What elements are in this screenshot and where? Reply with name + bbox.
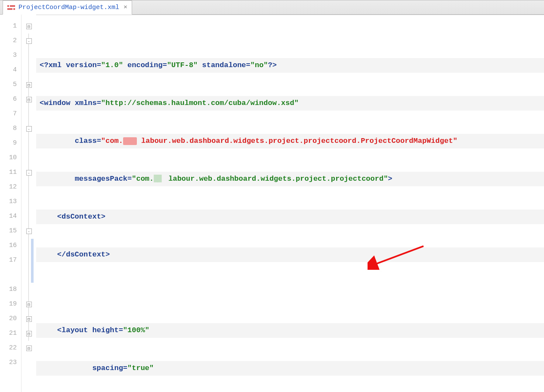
- code-line[interactable]: <dsContext>: [36, 210, 544, 224]
- line-number[interactable]: 13: [0, 194, 21, 209]
- code-line[interactable]: <window xmlns="http://schemas.haulmont.c…: [36, 96, 544, 111]
- code-line[interactable]: spacing="true": [36, 361, 544, 376]
- editor-frame: ProjectCoordMap-widget.xml × 1 2 3 4 5 6…: [0, 0, 544, 392]
- line-number[interactable]: 15: [0, 224, 21, 238]
- line-number[interactable]: 19: [0, 297, 21, 312]
- line-number[interactable]: 5: [0, 77, 21, 92]
- line-number[interactable]: 14: [0, 209, 21, 224]
- fold-toggle[interactable]: ⊟: [26, 82, 32, 88]
- code-area[interactable]: <?xml version="1.0" encoding="UTF-8" sta…: [36, 15, 544, 392]
- code-line[interactable]: <layout height="100%": [36, 323, 544, 338]
- fold-toggle[interactable]: -: [26, 126, 32, 132]
- line-number[interactable]: 18: [0, 282, 21, 297]
- code-line[interactable]: messagesPack="com.██labour.web.dashboard…: [36, 172, 544, 186]
- line-number[interactable]: 3: [0, 48, 21, 63]
- fold-gutter: ⊟ - ⊟ ⊟ - - - ⊟ ⊟ ⊟ ⊟: [22, 15, 36, 392]
- editor-body: 1 2 3 4 5 6 7 8 9 10 11 12 13 14 15 16 1…: [0, 15, 544, 392]
- svg-rect-2: [7, 8, 12, 10]
- redacted-block: ██: [154, 172, 168, 186]
- line-number[interactable]: 23: [0, 355, 21, 370]
- fold-toggle[interactable]: ⊟: [26, 316, 32, 322]
- fold-toggle[interactable]: ⊟: [26, 97, 32, 102]
- line-number[interactable]: 16: [0, 238, 21, 253]
- line-number[interactable]: 17: [0, 253, 21, 282]
- svg-rect-3: [13, 8, 15, 10]
- line-number[interactable]: 2: [0, 34, 21, 48]
- line-number[interactable]: 8: [0, 121, 21, 136]
- line-number[interactable]: 4: [0, 63, 21, 77]
- line-number[interactable]: 11: [0, 165, 21, 180]
- line-number[interactable]: 10: [0, 151, 21, 165]
- fold-toggle[interactable]: -: [26, 228, 32, 234]
- line-number[interactable]: 20: [0, 312, 21, 326]
- line-number-gutter: 1 2 3 4 5 6 7 8 9 10 11 12 13 14 15 16 1…: [0, 15, 22, 392]
- fold-toggle[interactable]: ⊟: [26, 346, 32, 351]
- xml-file-icon: [7, 5, 15, 11]
- line-number[interactable]: 22: [0, 341, 21, 355]
- fold-toggle[interactable]: -: [26, 38, 32, 44]
- code-line[interactable]: class="com. labour.web.dashboard.widgets…: [36, 134, 544, 148]
- tab-bar: ProjectCoordMap-widget.xml ×: [0, 0, 544, 15]
- line-number[interactable]: 1: [0, 19, 21, 34]
- tab-filename: ProjectCoordMap-widget.xml: [19, 4, 119, 11]
- line-number[interactable]: 7: [0, 107, 21, 121]
- fold-toggle[interactable]: ⊟: [26, 24, 32, 29]
- svg-rect-1: [10, 5, 15, 7]
- code-line[interactable]: [36, 285, 544, 300]
- line-number[interactable]: 9: [0, 136, 21, 151]
- line-number[interactable]: 12: [0, 180, 21, 194]
- redacted-block: [123, 137, 137, 145]
- fold-toggle[interactable]: ⊟: [26, 302, 32, 307]
- code-line[interactable]: <?xml version="1.0" encoding="UTF-8" sta…: [36, 58, 544, 73]
- tab-close-icon[interactable]: ×: [123, 4, 127, 11]
- code-line[interactable]: </dsContext>: [36, 247, 544, 262]
- fold-toggle[interactable]: ⊟: [26, 331, 32, 336]
- change-marker: [31, 239, 34, 283]
- line-number[interactable]: 21: [0, 326, 21, 341]
- line-number[interactable]: 6: [0, 92, 21, 107]
- file-tab[interactable]: ProjectCoordMap-widget.xml ×: [3, 0, 132, 15]
- fold-toggle[interactable]: -: [26, 170, 32, 176]
- svg-rect-0: [7, 5, 9, 7]
